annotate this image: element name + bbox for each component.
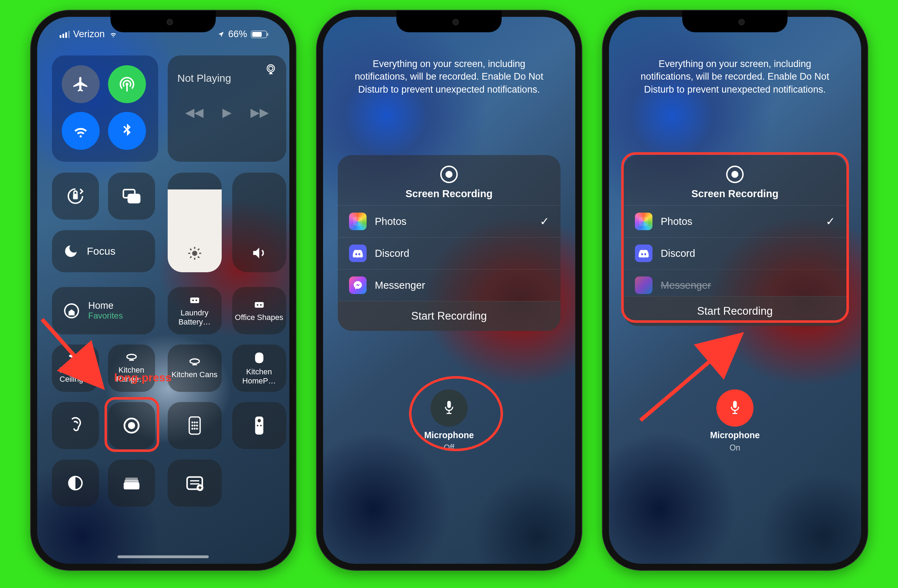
shortcut-homepod[interactable]: Kitchen HomeP…: [232, 345, 286, 392]
svg-rect-38: [125, 477, 138, 481]
app-label: Photos: [375, 216, 407, 227]
app-row-photos[interactable]: Photos ✓: [624, 205, 846, 237]
battery-pct: 66%: [228, 29, 247, 40]
shortcut-label: Office Shapes: [235, 313, 283, 322]
notch: [397, 11, 501, 32]
svg-rect-2: [73, 194, 78, 199]
photos-icon: [635, 212, 652, 230]
airplane-icon: [72, 75, 89, 93]
dark-mode-icon: [67, 474, 84, 492]
sheet-title: Screen Recording: [406, 188, 492, 200]
remote-button[interactable]: [232, 402, 286, 449]
shortcut-cans[interactable]: Kitchen Cans: [168, 345, 222, 392]
calculator-icon: [188, 416, 202, 435]
shortcut-laundry[interactable]: Laundry Battery…: [168, 287, 222, 334]
focus-label: Focus: [87, 245, 116, 257]
annotation-highlight: [105, 397, 159, 452]
music-tile[interactable]: Not Playing ◀◀ ▶ ▶▶: [168, 55, 286, 162]
volume-slider[interactable]: [232, 172, 286, 272]
orientation-lock-button[interactable]: [52, 172, 99, 220]
note-icon: [186, 475, 204, 491]
record-icon: [726, 166, 744, 183]
play-icon[interactable]: ▶: [222, 105, 232, 119]
app-row-photos[interactable]: Photos ✓: [338, 205, 561, 237]
messenger-icon: [349, 277, 367, 294]
start-recording-button[interactable]: Start Recording: [624, 296, 846, 326]
start-recording-button[interactable]: Start Recording: [338, 301, 561, 331]
svg-point-17: [190, 359, 199, 363]
app-row-discord[interactable]: Discord: [338, 237, 561, 269]
app-label: Discord: [375, 248, 409, 259]
focus-button[interactable]: Focus: [52, 230, 155, 272]
home-label: Home: [88, 301, 123, 311]
moon-icon: [63, 243, 78, 259]
music-title: Not Playing: [177, 72, 277, 84]
shortcut-label: Laundry Battery…: [168, 308, 222, 326]
hearing-button[interactable]: [52, 402, 99, 449]
svg-point-24: [196, 421, 198, 423]
cellular-toggle[interactable]: [108, 65, 146, 103]
svg-point-1: [269, 66, 273, 71]
recording-sheet: Screen Recording Photos ✓ Discord Messen…: [624, 155, 846, 326]
ear-icon: [67, 416, 84, 435]
prev-track-icon[interactable]: ◀◀: [185, 105, 203, 119]
annotation-highlight: [409, 376, 503, 451]
brightness-slider[interactable]: [168, 172, 222, 272]
svg-line-43: [641, 340, 735, 420]
recording-blurb: Everything on your screen, including not…: [634, 57, 836, 96]
music-controls: ◀◀ ▶ ▶▶: [177, 105, 277, 119]
messenger-icon: [635, 277, 652, 294]
shortcut-range[interactable]: Kitchen Range…: [108, 345, 155, 392]
svg-point-22: [191, 421, 193, 423]
svg-point-8: [192, 300, 194, 302]
recording-sheet: Screen Recording Photos ✓ Discord Messen…: [338, 155, 561, 331]
signal-icon: [60, 31, 70, 38]
app-label: Discord: [661, 248, 695, 259]
app-row-messenger[interactable]: Messenger: [338, 269, 561, 301]
app-row-messenger[interactable]: Messenger: [624, 269, 846, 296]
bluetooth-icon: [118, 122, 136, 140]
dark-mode-button[interactable]: [52, 460, 99, 506]
microphone-icon: [441, 400, 457, 416]
screen-mirror-icon: [122, 188, 141, 205]
home-indicator[interactable]: [117, 556, 209, 558]
next-track-icon[interactable]: ▶▶: [251, 105, 269, 119]
wifi-toggle[interactable]: [62, 112, 100, 150]
app-label: Messenger: [375, 280, 425, 291]
svg-point-9: [195, 300, 197, 302]
carrier-label: Verizon: [73, 29, 105, 40]
connectivity-group[interactable]: [52, 55, 158, 162]
wallet-icon: [122, 476, 141, 491]
app-row-discord[interactable]: Discord: [624, 237, 846, 269]
screen-mirroring-button[interactable]: [108, 172, 155, 220]
annotation-highlight: [621, 152, 849, 323]
record-icon: [122, 416, 141, 435]
phone-2: Everything on your screen, including not…: [317, 11, 581, 570]
svg-point-33: [257, 425, 258, 426]
svg-rect-3: [123, 189, 135, 197]
svg-point-32: [257, 419, 261, 422]
quick-note-button[interactable]: [168, 460, 222, 506]
svg-point-5: [192, 251, 197, 256]
svg-point-30: [196, 428, 198, 429]
app-label: Messenger: [661, 280, 711, 291]
bluetooth-toggle[interactable]: [108, 112, 146, 150]
wallet-button[interactable]: [108, 460, 155, 506]
calculator-button[interactable]: [168, 402, 222, 449]
airplane-toggle[interactable]: [62, 65, 100, 103]
sheet-title: Screen Recording: [691, 188, 778, 200]
airplay-icon[interactable]: [264, 63, 277, 77]
svg-rect-36: [123, 482, 139, 489]
screen-record-button[interactable]: [108, 402, 155, 449]
wifi-icon: [72, 122, 89, 140]
svg-point-27: [196, 425, 198, 426]
microphone-toggle[interactable]: [431, 389, 467, 426]
light-icon: [188, 357, 202, 367]
svg-rect-42: [447, 401, 451, 408]
shortcut-office[interactable]: Office Shapes: [232, 287, 286, 334]
svg-rect-7: [190, 297, 199, 303]
wifi-status-icon: [108, 31, 118, 38]
svg-point-40: [197, 484, 203, 491]
svg-point-19: [124, 419, 138, 433]
svg-point-28: [191, 428, 193, 429]
